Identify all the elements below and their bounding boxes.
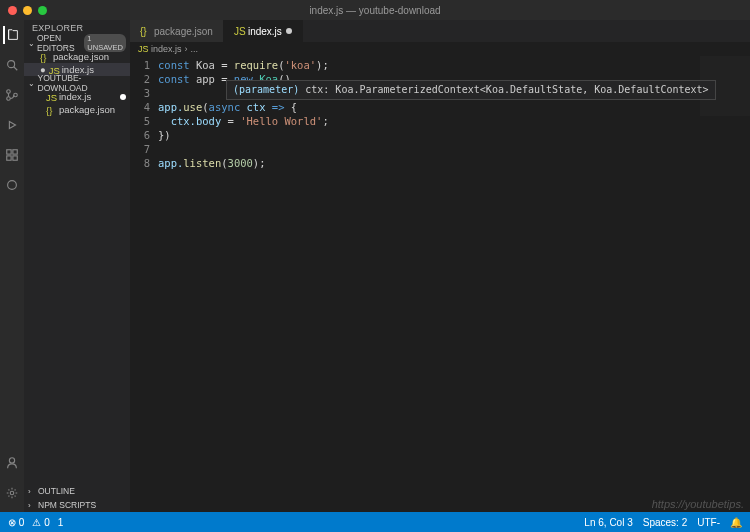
account-icon[interactable] [3, 454, 21, 472]
status-errors[interactable]: ⊗ 0 [8, 517, 24, 528]
search-icon[interactable] [3, 56, 21, 74]
chevron-right-icon: › [28, 487, 36, 496]
code-content[interactable]: const Koa = require('koa'); const app = … [158, 56, 750, 512]
open-editor-package[interactable]: {} package.json [24, 50, 130, 63]
file-label: index.js [59, 91, 91, 102]
status-bar: ⊗ 0 ⚠ 0 1 Ln 6, Col 3 Spaces: 2 UTF- 🔔 [0, 512, 750, 532]
svg-rect-7 [13, 156, 17, 160]
js-file-icon: JS [46, 92, 56, 102]
outline-header[interactable]: › OUTLINE [24, 484, 130, 498]
tab-label: package.json [154, 26, 213, 37]
svg-rect-6 [7, 156, 11, 160]
file-package[interactable]: {} package.json [24, 103, 130, 116]
chevron-down-icon: ⌄ [28, 39, 35, 48]
svg-point-2 [7, 97, 11, 101]
breadcrumb-more: ... [191, 44, 199, 54]
json-file-icon: {} [140, 26, 150, 36]
source-control-icon[interactable] [3, 86, 21, 104]
status-encoding[interactable]: UTF- [697, 517, 720, 528]
file-label: package.json [53, 51, 109, 62]
open-editors-header[interactable]: ⌄ OPEN EDITORS 1 UNSAVED [24, 36, 130, 50]
notifications-bell-icon[interactable]: 🔔 [730, 517, 742, 528]
chevron-down-icon: ⌄ [28, 79, 36, 88]
status-spaces[interactable]: Spaces: 2 [643, 517, 687, 528]
js-file-icon: JS [138, 44, 148, 54]
window-title: index.js — youtube-download [309, 5, 440, 16]
tab-index[interactable]: JS index.js [224, 20, 303, 42]
tab-package[interactable]: {} package.json [130, 20, 224, 42]
svg-point-9 [9, 458, 14, 463]
npm-scripts-header[interactable]: › NPM SCRIPTS [24, 498, 130, 512]
close-window-icon[interactable] [8, 6, 17, 15]
chevron-right-icon: › [28, 501, 36, 510]
modified-dot-icon [120, 94, 126, 100]
svg-point-1 [7, 90, 11, 94]
extensions-icon[interactable] [3, 146, 21, 164]
modified-dot-icon [286, 28, 292, 34]
status-line-col[interactable]: Ln 6, Col 3 [584, 517, 632, 528]
remote-icon[interactable] [3, 176, 21, 194]
debug-icon[interactable] [3, 116, 21, 134]
line-gutter: 12345678 [130, 56, 158, 512]
window-controls [0, 6, 47, 15]
file-label: package.json [59, 104, 115, 115]
svg-rect-5 [13, 150, 17, 154]
explorer-icon[interactable] [3, 26, 21, 44]
json-file-icon: {} [46, 105, 56, 115]
breadcrumb-sep: › [185, 44, 188, 54]
breadcrumbs[interactable]: JS index.js › ... [130, 42, 750, 56]
editor-tabs: {} package.json JS index.js [130, 20, 750, 42]
workspace-header[interactable]: ⌄ YOUTUBE-DOWNLOAD [24, 76, 130, 90]
file-index[interactable]: JS index.js [24, 90, 130, 103]
sidebar: EXPLORER ⌄ OPEN EDITORS 1 UNSAVED {} pac… [24, 20, 130, 512]
maximize-window-icon[interactable] [38, 6, 47, 15]
status-info[interactable]: 1 [58, 517, 64, 528]
titlebar: index.js — youtube-download [0, 0, 750, 20]
tab-label: index.js [248, 26, 282, 37]
svg-point-10 [10, 491, 14, 495]
activity-bar [0, 20, 24, 512]
js-file-icon: JS [234, 26, 244, 36]
code-editor[interactable]: 12345678 const Koa = require('koa'); con… [130, 56, 750, 512]
svg-point-0 [8, 61, 15, 68]
watermark: https://youtubetips. [652, 498, 744, 510]
outline-label: OUTLINE [38, 486, 75, 496]
json-file-icon: {} [40, 52, 50, 62]
svg-point-8 [8, 181, 17, 190]
breadcrumb-file: index.js [151, 44, 182, 54]
editor-group: {} package.json JS index.js JS index.js … [130, 20, 750, 512]
settings-gear-icon[interactable] [3, 484, 21, 502]
minimize-window-icon[interactable] [23, 6, 32, 15]
svg-rect-4 [7, 150, 11, 154]
parameter-hint-tooltip: (parameter) ctx: Koa.ParameterizedContex… [226, 80, 716, 100]
status-warnings[interactable]: ⚠ 0 [32, 517, 49, 528]
npm-label: NPM SCRIPTS [38, 500, 96, 510]
